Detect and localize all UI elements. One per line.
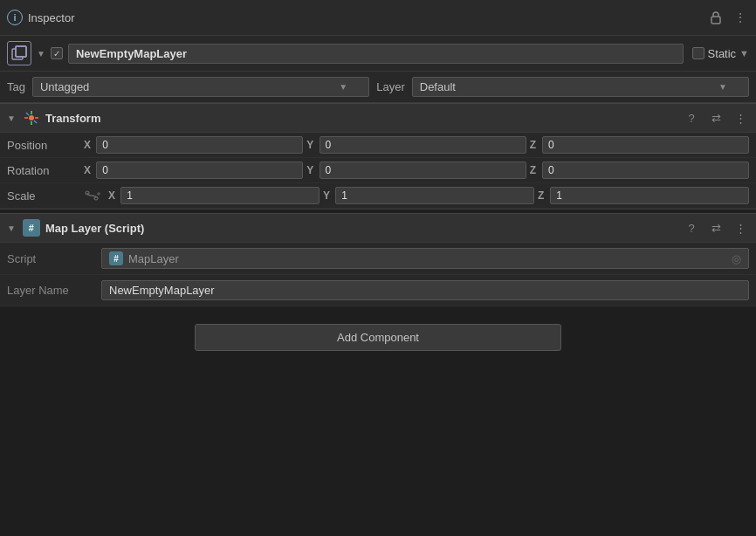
tag-label: Tag: [7, 80, 25, 93]
position-row: Position X Y Z: [0, 133, 756, 158]
scale-label: Scale: [7, 189, 77, 203]
script-icon: #: [23, 219, 40, 237]
scale-x-label: X: [108, 189, 118, 202]
svg-line-9: [26, 113, 29, 115]
transform-settings-btn[interactable]: ⇄: [707, 109, 725, 127]
scale-y-field: Y: [323, 187, 534, 204]
script-row: Script # MapLayer ◎: [0, 243, 756, 275]
transform-collapse-arrow[interactable]: ▼: [7, 113, 16, 123]
transform-section-title: Transform: [45, 112, 677, 125]
map-layer-section-actions: ? ⇄ ⋮: [683, 219, 749, 237]
script-value-field: # MapLayer ◎: [101, 248, 749, 269]
layer-dropdown[interactable]: Default ▼: [412, 77, 749, 97]
svg-rect-2: [16, 46, 26, 57]
transform-icon: [23, 109, 40, 127]
rotation-label: Rotation: [7, 164, 77, 177]
static-wrap: Static ▼: [692, 47, 749, 60]
lock-icon[interactable]: [707, 9, 725, 26]
rotation-xyz: X Y Z: [84, 161, 749, 179]
position-x-input[interactable]: [96, 136, 303, 154]
scale-x-field: X: [108, 187, 320, 204]
script-name: MapLayer: [128, 252, 179, 265]
layer-name-field-label: Layer Name: [7, 284, 94, 297]
scale-z-input[interactable]: [550, 187, 749, 204]
position-label: Position: [7, 139, 77, 152]
position-y-input[interactable]: [320, 136, 526, 154]
rotation-x-label: X: [84, 164, 93, 176]
scale-y-label: Y: [323, 189, 333, 202]
position-x-field: X: [84, 136, 303, 154]
position-x-label: X: [84, 139, 93, 151]
tag-layer-row: Tag Untagged ▼ Layer Default ▼: [0, 72, 756, 103]
rotation-row: Rotation X Y Z: [0, 158, 756, 183]
static-checkbox[interactable]: [692, 47, 704, 59]
obj-dropdown-arrow[interactable]: ▼: [37, 49, 45, 58]
object-3d-icon: [7, 41, 31, 65]
position-y-field: Y: [306, 136, 526, 154]
more-options-icon[interactable]: ⋮: [732, 9, 749, 26]
layer-label: Layer: [376, 80, 405, 93]
layer-value: Default: [420, 80, 456, 93]
object-name-input[interactable]: [68, 44, 684, 64]
add-component-button[interactable]: Add Component: [195, 324, 561, 351]
map-layer-collapse-arrow[interactable]: ▼: [7, 223, 16, 233]
rotation-y-label: Y: [306, 164, 316, 176]
svg-line-10: [34, 120, 37, 123]
position-z-field: Z: [530, 136, 749, 154]
scale-y-input[interactable]: [335, 187, 534, 204]
scale-z-label: Z: [538, 189, 547, 202]
rotation-x-input[interactable]: [96, 161, 303, 179]
rotation-z-label: Z: [530, 164, 540, 176]
active-checkbox-wrap[interactable]: [51, 47, 63, 59]
layer-name-input[interactable]: [101, 280, 749, 300]
layer-name-row: Layer Name: [0, 275, 756, 306]
position-z-input[interactable]: [542, 136, 749, 154]
rotation-z-field: Z: [530, 161, 749, 179]
map-layer-section-title: Map Layer (Script): [45, 222, 677, 235]
info-icon: i: [7, 10, 23, 25]
static-label: Static: [708, 47, 737, 60]
rotation-y-field: Y: [306, 161, 526, 179]
rotation-z-input[interactable]: [542, 161, 749, 179]
position-xyz: X Y Z: [84, 136, 749, 154]
scale-link-icon[interactable]: [84, 189, 101, 202]
svg-rect-0: [711, 17, 720, 24]
map-layer-help-btn[interactable]: ?: [683, 219, 700, 237]
static-dropdown-arrow[interactable]: ▼: [739, 48, 749, 58]
active-checkbox[interactable]: [51, 47, 63, 59]
inspector-header: i Inspector ⋮: [0, 0, 756, 36]
position-z-label: Z: [530, 139, 540, 151]
map-layer-section-body: Script # MapLayer ◎ Layer Name: [0, 243, 756, 306]
add-component-area: Add Component: [0, 306, 756, 368]
transform-section-header: ▼ Transform ? ⇄ ⋮: [0, 103, 756, 133]
transform-help-btn[interactable]: ?: [683, 109, 700, 127]
position-y-label: Y: [306, 139, 316, 151]
script-hash-icon: #: [109, 251, 123, 265]
scale-z-field: Z: [538, 187, 749, 204]
tag-dropdown[interactable]: Untagged ▼: [32, 77, 369, 97]
scale-row: Scale X Y Z: [0, 183, 756, 209]
map-layer-more-btn[interactable]: ⋮: [732, 219, 749, 237]
tag-value: Untagged: [40, 80, 89, 93]
scale-x-input[interactable]: [120, 187, 320, 204]
header-actions: ⋮: [707, 9, 749, 26]
rotation-x-field: X: [84, 161, 303, 179]
tag-dropdown-arrow: ▼: [332, 82, 347, 92]
transform-section-body: Position X Y Z Rotation X Y: [0, 133, 756, 210]
inspector-title: Inspector: [28, 11, 707, 24]
script-target-icon[interactable]: ◎: [732, 252, 741, 265]
object-name-row: ▼ Static ▼: [0, 36, 756, 72]
layer-dropdown-arrow: ▼: [711, 82, 727, 92]
map-layer-settings-btn[interactable]: ⇄: [707, 219, 725, 237]
svg-point-4: [29, 115, 34, 120]
scale-xyz: X Y Z: [108, 187, 749, 204]
transform-section-actions: ? ⇄ ⋮: [683, 109, 749, 127]
script-field-label: Script: [7, 252, 94, 265]
rotation-y-input[interactable]: [320, 161, 526, 179]
map-layer-section-header: ▼ # Map Layer (Script) ? ⇄ ⋮: [0, 213, 756, 243]
transform-more-btn[interactable]: ⋮: [732, 109, 749, 127]
